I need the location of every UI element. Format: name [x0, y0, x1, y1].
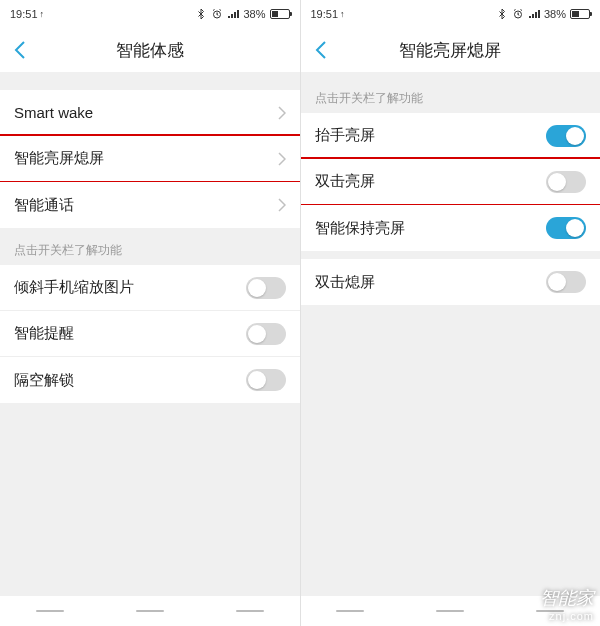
chevron-right-icon — [278, 106, 286, 120]
row-label: 倾斜手机缩放图片 — [14, 278, 246, 297]
battery-icon — [270, 9, 290, 19]
toggle-group-2: 双击熄屏 — [301, 259, 601, 305]
status-bar: 19:51 ↑ 38% — [301, 0, 601, 28]
row-label: Smart wake — [14, 104, 278, 121]
row-double-tap-wake[interactable]: 双击亮屏 — [301, 159, 601, 205]
toggle-switch[interactable] — [246, 323, 286, 345]
alarm-icon — [211, 8, 223, 20]
chevron-right-icon — [278, 198, 286, 212]
row-label: 双击熄屏 — [315, 273, 547, 292]
toggle-group-1: 抬手亮屏 双击亮屏 智能保持亮屏 — [301, 113, 601, 251]
row-label: 隔空解锁 — [14, 371, 246, 390]
back-button[interactable] — [301, 40, 341, 60]
battery-pct: 38% — [544, 8, 566, 20]
chevron-right-icon — [278, 152, 286, 166]
section-label: 点击开关栏了解功能 — [301, 72, 601, 113]
signal-icon — [528, 8, 540, 20]
row-label: 双击亮屏 — [315, 172, 547, 191]
battery-icon — [570, 9, 590, 19]
phone-right: 19:51 ↑ 38% 智能亮屏熄屏 点击开关栏了解功能 抬手亮屏 — [300, 0, 601, 626]
nav-home[interactable] — [136, 610, 164, 612]
watermark: 智能家 znj.com — [540, 586, 594, 622]
section-label: 点击开关栏了解功能 — [0, 228, 300, 265]
nav-recent[interactable] — [336, 610, 364, 612]
header: 智能体感 — [0, 28, 300, 72]
bluetooth-icon — [195, 8, 207, 20]
row-smart-call[interactable]: 智能通话 — [0, 182, 300, 228]
nav-bar — [0, 596, 300, 626]
nav-back[interactable] — [236, 610, 264, 612]
toggle-switch[interactable] — [546, 171, 586, 193]
header: 智能亮屏熄屏 — [301, 28, 601, 72]
status-time: 19:51 — [311, 8, 339, 20]
nav-recent[interactable] — [36, 610, 64, 612]
page-title: 智能体感 — [0, 39, 300, 62]
upload-icon: ↑ — [40, 9, 45, 19]
toggle-switch[interactable] — [546, 271, 586, 293]
toggle-switch[interactable] — [246, 277, 286, 299]
row-label: 智能通话 — [14, 196, 278, 215]
row-smart-screen[interactable]: 智能亮屏熄屏 — [0, 136, 300, 182]
battery-pct: 38% — [243, 8, 265, 20]
page-title: 智能亮屏熄屏 — [301, 39, 601, 62]
phone-left: 19:51 ↑ 38% 智能体感 Smart wake — [0, 0, 300, 626]
row-label: 智能亮屏熄屏 — [14, 149, 278, 168]
upload-icon: ↑ — [340, 9, 345, 19]
toggle-switch[interactable] — [546, 125, 586, 147]
toggle-switch[interactable] — [246, 369, 286, 391]
nav-home[interactable] — [436, 610, 464, 612]
status-time: 19:51 — [10, 8, 38, 20]
toggle-group: 倾斜手机缩放图片 智能提醒 隔空解锁 — [0, 265, 300, 403]
nav-group: Smart wake 智能亮屏熄屏 智能通话 — [0, 90, 300, 228]
row-label: 智能保持亮屏 — [315, 219, 547, 238]
row-air-unlock[interactable]: 隔空解锁 — [0, 357, 300, 403]
back-button[interactable] — [0, 40, 40, 60]
alarm-icon — [512, 8, 524, 20]
status-bar: 19:51 ↑ 38% — [0, 0, 300, 28]
row-smart-reminder[interactable]: 智能提醒 — [0, 311, 300, 357]
row-double-tap-off[interactable]: 双击熄屏 — [301, 259, 601, 305]
row-label: 抬手亮屏 — [315, 126, 547, 145]
toggle-switch[interactable] — [546, 217, 586, 239]
signal-icon — [227, 8, 239, 20]
row-label: 智能提醒 — [14, 324, 246, 343]
row-smart-keep-on[interactable]: 智能保持亮屏 — [301, 205, 601, 251]
bluetooth-icon — [496, 8, 508, 20]
row-smart-wake[interactable]: Smart wake — [0, 90, 300, 136]
row-raise-wake[interactable]: 抬手亮屏 — [301, 113, 601, 159]
row-tilt-zoom[interactable]: 倾斜手机缩放图片 — [0, 265, 300, 311]
